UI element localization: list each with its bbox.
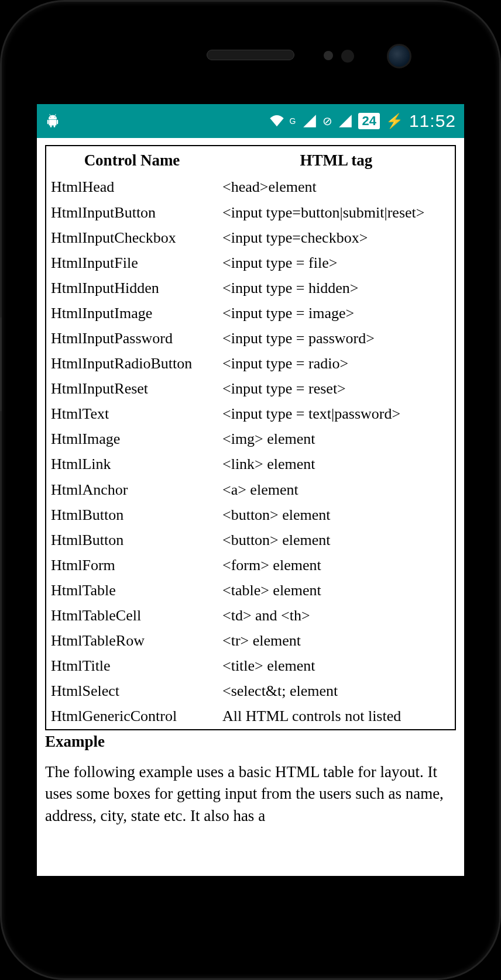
- signal-icon-2: [337, 114, 354, 128]
- cell-control-name: HtmlTableRow: [46, 628, 218, 653]
- cell-control-name: HtmlSelect: [46, 678, 218, 703]
- cell-html-tag: <title> element: [218, 653, 455, 678]
- table-row: HtmlHead<head>element: [46, 174, 455, 199]
- light-sensor: [341, 50, 354, 63]
- table-row: HtmlTable<table> element: [46, 578, 455, 603]
- status-bar[interactable]: G ⊘ 24 ⚡ 11:52: [37, 104, 464, 138]
- status-left: [45, 113, 60, 129]
- table-row: HtmlInputPassword<input type = password>: [46, 326, 455, 351]
- cell-control-name: HtmlForm: [46, 553, 218, 578]
- cell-html-tag: <input type = password>: [218, 326, 455, 351]
- status-right: G ⊘ 24 ⚡ 11:52: [269, 111, 456, 131]
- cell-control-name: HtmlInputPassword: [46, 326, 218, 351]
- controls-table: Control Name HTML tag HtmlHead<head>elem…: [45, 145, 456, 730]
- table-row: HtmlImage<img> element: [46, 426, 455, 451]
- cell-control-name: HtmlInputButton: [46, 200, 218, 225]
- cell-control-name: HtmlText: [46, 401, 218, 426]
- cell-control-name: HtmlButton: [46, 527, 218, 553]
- cell-control-name: HtmlLink: [46, 451, 218, 477]
- table-row: HtmlSelect<select&t; element: [46, 678, 455, 703]
- device-inner: G ⊘ 24 ⚡ 11:52: [13, 19, 488, 961]
- table-row: HtmlInputButton<input type=button|submit…: [46, 200, 455, 225]
- svg-rect-4: [54, 125, 56, 127]
- cell-html-tag: <input type = file>: [218, 250, 455, 275]
- android-icon: [45, 113, 60, 129]
- cell-html-tag: <head>element: [218, 174, 455, 199]
- table-row: HtmlAnchor<a> element: [46, 477, 455, 502]
- cell-html-tag: <input type=checkbox>: [218, 225, 455, 250]
- cell-control-name: HtmlInputCheckbox: [46, 225, 218, 250]
- table-row: HtmlButton<button> element: [46, 527, 455, 553]
- table-row: HtmlInputCheckbox<input type=checkbox>: [46, 225, 455, 250]
- svg-rect-1: [47, 120, 49, 125]
- cell-control-name: HtmlTableCell: [46, 603, 218, 628]
- table-row: HtmlInputFile<input type = file>: [46, 250, 455, 275]
- cell-html-tag: <select&t; element: [218, 678, 455, 703]
- wifi-icon: [269, 114, 285, 128]
- content-area[interactable]: Control Name HTML tag HtmlHead<head>elem…: [37, 138, 464, 876]
- cell-html-tag: <button> element: [218, 502, 455, 527]
- cell-html-tag: <form> element: [218, 553, 455, 578]
- table-row: HtmlTitle<title> element: [46, 653, 455, 678]
- table-row: HtmlTableRow<tr> element: [46, 628, 455, 653]
- table-row: HtmlInputRadioButton<input type = radio>: [46, 351, 455, 376]
- cell-control-name: HtmlInputFile: [46, 250, 218, 275]
- speaker-grille: [207, 50, 294, 60]
- phone-screen: G ⊘ 24 ⚡ 11:52: [37, 104, 464, 876]
- cell-html-tag: <input type = radio>: [218, 351, 455, 376]
- table-row: HtmlGenericControlAll HTML controls not …: [46, 703, 455, 729]
- cell-control-name: HtmlTable: [46, 578, 218, 603]
- cell-html-tag: <input type=button|submit|reset>: [218, 200, 455, 225]
- proximity-sensor: [324, 51, 333, 60]
- table-row: HtmlInputHidden<input type = hidden>: [46, 275, 455, 301]
- cell-control-name: HtmlTitle: [46, 653, 218, 678]
- no-sim-icon: ⊘: [322, 114, 332, 128]
- cell-control-name: HtmlInputReset: [46, 376, 218, 401]
- cell-html-tag: <td> and <th>: [218, 603, 455, 628]
- table-row: HtmlText<input type = text|password>: [46, 401, 455, 426]
- cell-control-name: HtmlHead: [46, 174, 218, 199]
- front-camera: [387, 44, 411, 68]
- cell-control-name: HtmlInputRadioButton: [46, 351, 218, 376]
- cell-control-name: HtmlAnchor: [46, 477, 218, 502]
- svg-rect-3: [50, 125, 52, 127]
- clock: 11:52: [409, 111, 456, 131]
- cell-control-name: HtmlGenericControl: [46, 703, 218, 729]
- cell-control-name: HtmlInputImage: [46, 301, 218, 326]
- cell-html-tag: <input type = image>: [218, 301, 455, 326]
- cell-html-tag: <button> element: [218, 527, 455, 553]
- cell-html-tag: <input type = hidden>: [218, 275, 455, 301]
- phone-device-frame: G ⊘ 24 ⚡ 11:52: [0, 0, 501, 980]
- table-row: HtmlButton<button> element: [46, 502, 455, 527]
- cell-html-tag: <tr> element: [218, 628, 455, 653]
- cell-control-name: HtmlImage: [46, 426, 218, 451]
- svg-rect-0: [49, 120, 57, 126]
- svg-rect-2: [57, 120, 58, 125]
- battery-level: 24: [362, 113, 376, 129]
- cell-html-tag: <input type = reset>: [218, 376, 455, 401]
- network-type-label: G: [290, 116, 296, 126]
- table-row: HtmlInputReset<input type = reset>: [46, 376, 455, 401]
- charging-icon: ⚡: [386, 113, 403, 129]
- table-row: HtmlTableCell<td> and <th>: [46, 603, 455, 628]
- cell-html-tag: <img> element: [218, 426, 455, 451]
- cell-html-tag: All HTML controls not listed: [218, 703, 455, 729]
- table-row: HtmlLink<link> element: [46, 451, 455, 477]
- cell-html-tag: <a> element: [218, 477, 455, 502]
- table-row: HtmlInputImage<input type = image>: [46, 301, 455, 326]
- cell-control-name: HtmlButton: [46, 502, 218, 527]
- table-row: HtmlForm<form> element: [46, 553, 455, 578]
- table-header-row: Control Name HTML tag: [46, 146, 455, 174]
- header-control-name: Control Name: [46, 146, 218, 174]
- header-html-tag: HTML tag: [218, 146, 455, 174]
- cell-html-tag: <input type = text|password>: [218, 401, 455, 426]
- cell-html-tag: <link> element: [218, 451, 455, 477]
- battery-indicator: 24: [358, 113, 379, 129]
- cell-control-name: HtmlInputHidden: [46, 275, 218, 301]
- signal-icon-1: [301, 114, 318, 128]
- cell-html-tag: <table> element: [218, 578, 455, 603]
- example-text: The following example uses a basic HTML …: [45, 761, 456, 827]
- example-heading: Example: [45, 733, 456, 751]
- volume-button: [0, 318, 2, 411]
